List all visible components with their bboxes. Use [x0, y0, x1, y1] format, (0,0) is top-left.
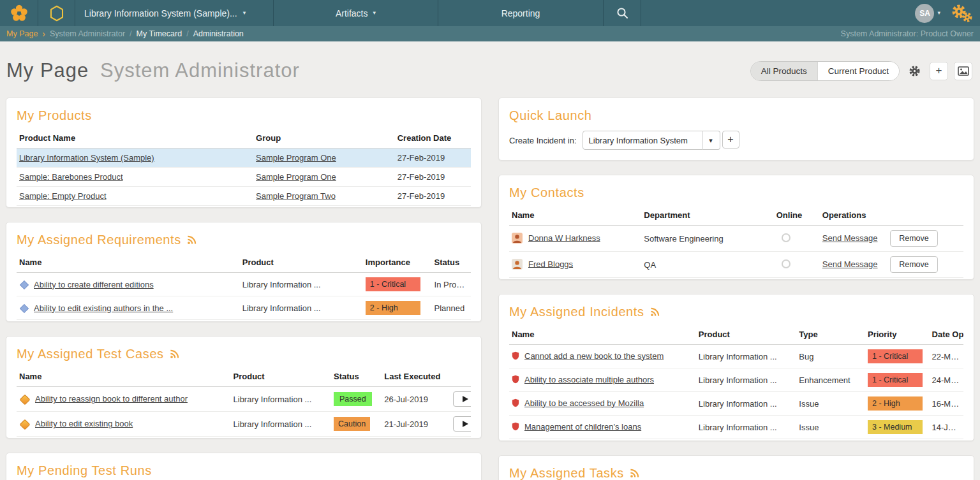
- breadcrumb: My Page › System Administrator / My Time…: [0, 26, 980, 41]
- test-case-link[interactable]: Ability to reassign book to different au…: [35, 394, 188, 404]
- create-incident-button[interactable]: +: [722, 131, 739, 149]
- test-case-link[interactable]: Ability to edit existing book: [35, 419, 133, 428]
- search-button[interactable]: [604, 0, 641, 26]
- page-header: My Page System Administrator All Product…: [0, 41, 980, 95]
- page-title-secondary: System Administrator: [100, 59, 300, 82]
- product-selector-menu[interactable]: Library Information System (Sample)... ▾: [75, 0, 274, 26]
- rss-icon[interactable]: [650, 307, 660, 317]
- execute-test-button[interactable]: [453, 416, 471, 432]
- reporting-menu-label: Reporting: [501, 8, 540, 18]
- all-products-toggle[interactable]: All Products: [751, 62, 817, 80]
- breadcrumb-my-page[interactable]: My Page: [6, 29, 38, 38]
- rss-icon[interactable]: [170, 349, 179, 359]
- creation-date-cell: 27-Feb-2019: [395, 187, 471, 206]
- add-widget-button[interactable]: +: [930, 62, 948, 80]
- type-cell: Issue: [796, 392, 865, 416]
- priority-badge: 1 - Critical: [868, 349, 923, 363]
- online-status-icon: [782, 233, 791, 242]
- group-link[interactable]: Sample Program One: [256, 153, 336, 163]
- table-row: Ability to create different editions Lib…: [17, 273, 471, 296]
- rss-icon[interactable]: [187, 235, 197, 245]
- importance-badge: 1 - Critical: [366, 277, 420, 291]
- widget-title: My Pending Test Runs: [17, 463, 152, 478]
- date-opened-cell: 22-Mar-2019: [930, 345, 963, 368]
- quick-launch-widget: Quick Launch Create Incident in: Library…: [498, 98, 974, 161]
- priority-badge: 2 - High: [868, 396, 923, 411]
- chevron-right-icon: ›: [42, 29, 45, 38]
- breadcrumb-my-timecard[interactable]: My Timecard: [137, 29, 182, 38]
- department-cell: Software Engineering: [641, 226, 773, 252]
- column-header: Product: [231, 367, 332, 387]
- widget-title: My Assigned Test Cases: [17, 347, 164, 361]
- table-row[interactable]: Sample: Barebones Product Sample Program…: [17, 168, 471, 187]
- current-product-toggle[interactable]: Current Product: [817, 62, 899, 80]
- table-row: Donna W Harkness Software Engineering Se…: [509, 226, 963, 252]
- product-link[interactable]: Sample: Barebones Product: [19, 172, 123, 182]
- product-scope-toggle: All Products Current Product: [750, 61, 900, 81]
- layout-button[interactable]: [954, 62, 972, 80]
- table-row: Ability to reassign book to different au…: [17, 387, 471, 412]
- my-assigned-incidents-widget: My Assigned Incidents Name Product Type …: [498, 294, 974, 441]
- workspace-hexagon-button[interactable]: [38, 0, 75, 26]
- selected-product-value: Library Information System: [589, 136, 688, 145]
- user-profile-menu[interactable]: SA ▾: [909, 0, 947, 26]
- group-link[interactable]: Sample Program One: [256, 172, 336, 182]
- contact-link[interactable]: Fred Bloggs: [528, 259, 573, 268]
- gear-icon: [909, 65, 921, 77]
- breadcrumb-system-administrator[interactable]: System Administrator: [50, 29, 125, 38]
- incident-product-select-group: Library Information System ▾ +: [583, 131, 739, 150]
- incident-link[interactable]: Ability to associate multiple authors: [524, 375, 654, 384]
- column-header: Product: [696, 324, 797, 345]
- artifacts-menu[interactable]: Artifacts ▾: [274, 0, 438, 26]
- execution-status-badge: Caution: [334, 417, 370, 431]
- widget-title: My Assigned Tasks: [509, 466, 624, 480]
- product-link[interactable]: Sample: Empty Product: [19, 191, 107, 201]
- product-link[interactable]: Library Information System (Sample): [19, 153, 154, 163]
- page-title: My Page System Administrator: [6, 59, 300, 82]
- column-header: Name: [509, 205, 641, 226]
- remove-contact-button[interactable]: Remove: [890, 230, 938, 247]
- incident-link[interactable]: Management of children's loans: [524, 422, 641, 432]
- requirement-icon: [20, 303, 29, 312]
- execute-test-button[interactable]: [453, 391, 471, 407]
- last-executed-cell: 21-Jul-2019: [382, 412, 450, 437]
- rss-icon[interactable]: [630, 469, 639, 478]
- create-incident-label: Create Incident in:: [509, 136, 577, 145]
- column-header: Last Executed: [382, 367, 450, 387]
- user-role-label: System Administrator: Product Owner: [841, 29, 974, 38]
- table-row: Cannot add a new book to the system Libr…: [509, 345, 963, 368]
- select-caret-icon[interactable]: ▾: [702, 131, 720, 150]
- caret-down-icon: ▾: [373, 10, 376, 16]
- column-header: Status: [432, 252, 471, 273]
- requirement-link[interactable]: Ability to edit existing authors in the …: [34, 303, 173, 313]
- table-row[interactable]: Sample: Empty Product Sample Program Two…: [17, 187, 471, 206]
- column-header: Group: [253, 128, 395, 149]
- breadcrumb-administration[interactable]: Administration: [193, 29, 244, 38]
- table-row[interactable]: Library Information System (Sample) Samp…: [17, 149, 471, 168]
- remove-contact-button[interactable]: Remove: [890, 256, 938, 273]
- nav-spacer: [641, 0, 909, 26]
- send-message-link[interactable]: Send Message: [822, 233, 878, 243]
- top-navigation: Library Information System (Sample)... ▾…: [0, 0, 980, 26]
- incident-product-select[interactable]: Library Information System: [583, 131, 702, 150]
- page-settings-button[interactable]: [905, 62, 924, 80]
- contact-avatar-icon: [512, 259, 523, 270]
- requirement-link[interactable]: Ability to create different editions: [34, 280, 154, 289]
- system-administration-button[interactable]: [947, 0, 980, 26]
- image-icon: [958, 66, 969, 76]
- play-icon: [463, 396, 468, 402]
- breadcrumb-separator: /: [186, 29, 188, 38]
- reporting-menu[interactable]: Reporting: [438, 0, 604, 26]
- department-cell: QA: [641, 252, 773, 278]
- app-logo-button[interactable]: [0, 0, 38, 26]
- send-message-link[interactable]: Send Message: [822, 259, 878, 269]
- date-opened-cell: 14-Jul-2019: [930, 416, 963, 439]
- status-cell: In Progress: [432, 273, 471, 296]
- group-link[interactable]: Sample Program Two: [256, 191, 336, 201]
- table-row: Ability to edit existing book Library In…: [17, 412, 471, 437]
- dashboard-content: My Products Product Name Group Creation …: [0, 98, 980, 480]
- contact-link[interactable]: Donna W Harkness: [528, 233, 600, 242]
- column-header: Operations: [820, 205, 963, 226]
- incident-link[interactable]: Ability to be accessed by Mozilla: [524, 398, 644, 408]
- incident-link[interactable]: Cannot add a new book to the system: [524, 351, 664, 361]
